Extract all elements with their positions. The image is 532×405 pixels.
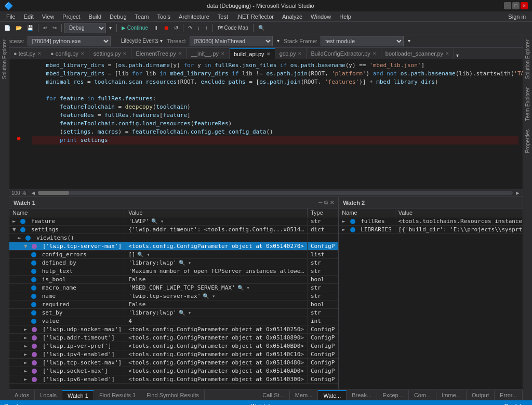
expand-arrow[interactable]: ► xyxy=(342,218,345,225)
watch-row[interactable]: ► fullRes <tools.toolchains.Resources in… xyxy=(339,217,532,226)
watch-row[interactable]: ▼ settings {'lwip.addr-timeout': <tools.… xyxy=(9,226,338,234)
watch-row[interactable]: macro_name 'MBED_CONF_LWIP_TCP_SERVER_MA… xyxy=(9,284,338,292)
open-btn[interactable]: 📂 xyxy=(14,24,24,31)
scroll-left-btn[interactable]: ◄ xyxy=(30,190,36,196)
menu-debug[interactable]: Debug xyxy=(105,12,130,21)
tab-init[interactable]: __init__.py ✕ xyxy=(187,48,230,59)
tab-errors[interactable]: Error... xyxy=(495,390,523,400)
menu-build[interactable]: Build xyxy=(85,12,105,21)
watch1-scroll[interactable]: Name Value Type ► feature xyxy=(9,208,338,389)
debug-dropdown[interactable]: ▾ xyxy=(107,24,114,31)
menu-tools[interactable]: Tools xyxy=(153,12,175,21)
restore-button[interactable]: □ xyxy=(512,2,520,9)
sign-in-link[interactable]: Sign in xyxy=(504,12,530,21)
tab-testpy-close[interactable]: ✕ xyxy=(37,51,42,56)
properties-tab[interactable]: Properties xyxy=(524,125,531,158)
tab-autos[interactable]: Autos xyxy=(9,390,35,400)
menu-analyze[interactable]: Analyze xyxy=(278,12,307,21)
expand-arrow[interactable]: ► xyxy=(24,334,28,341)
tab-bootloader-close[interactable]: ✕ xyxy=(445,51,449,56)
restart-btn[interactable]: ↺ xyxy=(172,24,180,31)
watch-row[interactable]: ► ['lwip.addr-timeout'] <tools.config.Co… xyxy=(9,334,338,342)
menu-reflector[interactable]: .NET Reflector xyxy=(232,12,278,21)
menu-window[interactable]: Window xyxy=(307,12,335,21)
stack-select[interactable]: test module xyxy=(321,36,404,46)
tab-watch1[interactable]: Watch 1 xyxy=(62,390,94,400)
expand-arrow[interactable]: ► xyxy=(342,226,345,233)
watch1-pin-btn[interactable]: ─ xyxy=(318,200,322,206)
stack-dropdown-btn[interactable]: ▾ xyxy=(406,37,413,44)
menu-team[interactable]: Team xyxy=(131,12,153,21)
expand-arrow[interactable]: ► xyxy=(24,359,28,366)
watch-row[interactable]: required False bool xyxy=(9,301,338,309)
tab-callstack[interactable]: Call St... xyxy=(257,390,290,400)
stop-btn[interactable]: ⏹ xyxy=(162,24,171,31)
watch-row[interactable]: ► LIBRARIES [{'build_dir': 'E:\\projects… xyxy=(339,226,532,234)
tab-locals[interactable]: Locals xyxy=(35,390,62,400)
redo-btn[interactable]: ↪ xyxy=(50,24,59,31)
tab-buildconfig-close[interactable]: ✕ xyxy=(373,51,377,56)
tab-breakpoints[interactable]: Break... xyxy=(347,390,377,400)
watch2-scroll[interactable]: Name Value Type ► fullRes <tool xyxy=(339,208,532,389)
scroll-right-btn[interactable]: ► xyxy=(515,190,521,196)
expand-arrow[interactable]: ▼ xyxy=(24,243,28,250)
tab-command[interactable]: Com... xyxy=(409,390,436,400)
tab-overflow-btn[interactable]: ▾ xyxy=(454,52,461,59)
tab-configpy[interactable]: ● config.py ✕ xyxy=(46,48,89,59)
pause-btn[interactable]: ⏸ xyxy=(151,24,161,31)
expand-arrow[interactable]: ► xyxy=(24,368,28,374)
tab-testpy[interactable]: ● test.py ✕ xyxy=(9,48,46,59)
process-select[interactable]: [78084] python.exe xyxy=(28,36,111,46)
tab-memory[interactable]: Mem... xyxy=(290,390,318,400)
expand-arrow[interactable]: ► xyxy=(24,326,28,333)
solution-explorer-tab[interactable]: Solution Explorer xyxy=(1,35,8,83)
expand-arrow[interactable]: ► xyxy=(24,376,28,383)
tab-settingspy[interactable]: settings.py ✕ xyxy=(89,48,132,59)
tab-elementtree[interactable]: ElementTree.py ✕ xyxy=(131,48,187,59)
scrollbar-thumb[interactable] xyxy=(38,191,69,195)
watch-row[interactable]: ► ['lwip.tcp-socket-max'] <tools.config.… xyxy=(9,359,338,367)
expand-arrow[interactable]: ► xyxy=(24,351,28,358)
watch-row[interactable]: ► ['lwip.ipv4-enabled'] <tools.config.Co… xyxy=(9,350,338,359)
tab-find-results1[interactable]: Find Results 1 xyxy=(94,390,141,400)
menu-file[interactable]: File xyxy=(2,12,20,21)
solution-explorer-right-tab[interactable]: Solution Explorer xyxy=(524,35,531,83)
save-btn[interactable]: 💾 xyxy=(25,24,35,31)
expand-arrow[interactable]: ► xyxy=(12,218,16,225)
watch-row[interactable]: config_errors []🔍 ▾ list xyxy=(9,251,338,259)
tab-buildapi[interactable]: build_api.py ✕ xyxy=(230,48,275,59)
minimize-button[interactable]: ─ xyxy=(504,2,511,9)
watch-row[interactable]: is_bool False bool xyxy=(9,276,338,284)
expand-arrow[interactable]: ► xyxy=(24,343,28,349)
tab-exceptions[interactable]: Excep... xyxy=(377,390,409,400)
horizontal-scrollbar[interactable] xyxy=(38,191,513,195)
watch-row[interactable]: ► ['lwip.socket-max'] <tools.config.Conf… xyxy=(9,367,338,375)
watch-row[interactable]: ► viewitems() xyxy=(9,234,338,242)
code-map-btn[interactable]: 🗺 Code Map xyxy=(216,24,250,31)
continue-btn[interactable]: ▶ Continue xyxy=(119,24,150,31)
tab-find-symbol[interactable]: Find Symbol Results xyxy=(141,390,205,400)
watch-row[interactable]: ► feature 'LWIP'🔍 ▾ str xyxy=(9,217,338,226)
menu-view[interactable]: View xyxy=(38,12,59,21)
tab-output[interactable]: Output xyxy=(467,390,495,400)
watch-row[interactable]: value 4 int xyxy=(9,317,338,325)
step-into-btn[interactable]: ↓ xyxy=(195,24,202,31)
step-over-btn[interactable]: ↷ xyxy=(186,24,194,31)
lifecycle-events-btn[interactable]: Lifecycle Events ▾ xyxy=(119,37,165,44)
tab-gccpy-close[interactable]: ✕ xyxy=(298,51,302,56)
watch1-close-btn[interactable]: ✕ xyxy=(330,200,334,206)
tab-buildapi-close[interactable]: ✕ xyxy=(267,51,271,57)
watch-row[interactable]: set_by 'library:lwip'🔍 ▾ str xyxy=(9,309,338,317)
menu-architecture[interactable]: Architecture xyxy=(175,12,214,21)
code-editor[interactable]: mbed_library_dirs = [os.path.dirname(y) … xyxy=(28,59,523,189)
publish-btn[interactable]: ↑ Publish ▾ xyxy=(500,403,528,406)
menu-edit[interactable]: Edit xyxy=(20,12,38,21)
tab-init-close[interactable]: ✕ xyxy=(221,51,225,56)
tab-watch[interactable]: Watc... xyxy=(318,390,347,400)
menu-project[interactable]: Project xyxy=(58,12,84,21)
tab-elementtree-close[interactable]: ✕ xyxy=(178,51,182,56)
thread-select[interactable]: [83080] MainThread xyxy=(190,36,273,46)
tab-settingspy-close[interactable]: ✕ xyxy=(123,51,127,56)
watch-row[interactable]: ► ['lwip.ipv6-enabled'] <tools.config.Co… xyxy=(9,375,338,384)
watch-row[interactable]: help_text 'Maximum number of open TCPSer… xyxy=(9,267,338,276)
